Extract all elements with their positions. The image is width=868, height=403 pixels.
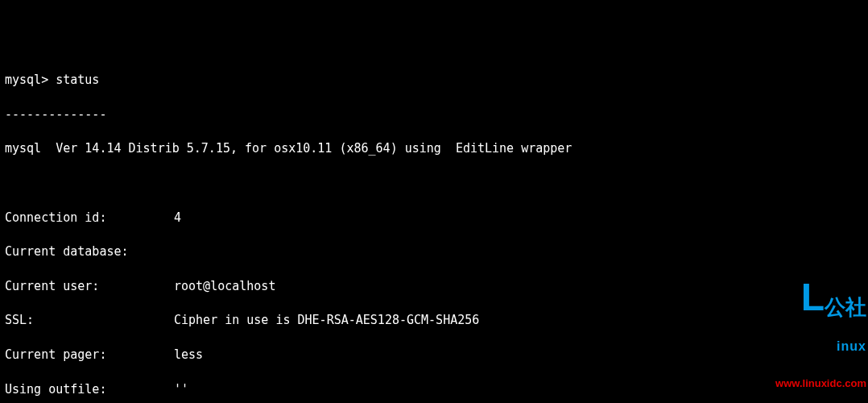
mysql-prompt: mysql> (5, 73, 56, 87)
value: less (174, 347, 203, 364)
status-row-using-outfile: Using outfile:'' (5, 381, 863, 398)
version-line: mysql Ver 14.14 Distrib 5.7.15, for osx1… (5, 140, 863, 157)
status-row-current-user: Current user:root@localhost (5, 278, 863, 295)
status-row-ssl: SSL:Cipher in use is DHE-RSA-AES128-GCM-… (5, 312, 863, 329)
status-row-connection-id: Connection id:4 (5, 210, 863, 226)
label: SSL: (5, 312, 174, 329)
label: Connection id: (5, 210, 174, 226)
value: '' (174, 381, 188, 398)
separator-top: -------------- (5, 106, 863, 123)
status-command: status (56, 73, 99, 87)
prompt-line: mysql> status (5, 72, 863, 89)
value: 4 (174, 210, 181, 226)
value: root@localhost (174, 278, 275, 295)
label: Current pager: (5, 347, 174, 364)
blank-line (5, 175, 863, 192)
value: Cipher in use is DHE-RSA-AES128-GCM-SHA2… (174, 312, 479, 329)
label: Current user: (5, 278, 174, 295)
label: Current database: (5, 243, 174, 260)
status-row-current-pager: Current pager:less (5, 347, 863, 364)
status-row-current-database: Current database: (5, 243, 863, 260)
label: Using outfile: (5, 381, 174, 398)
